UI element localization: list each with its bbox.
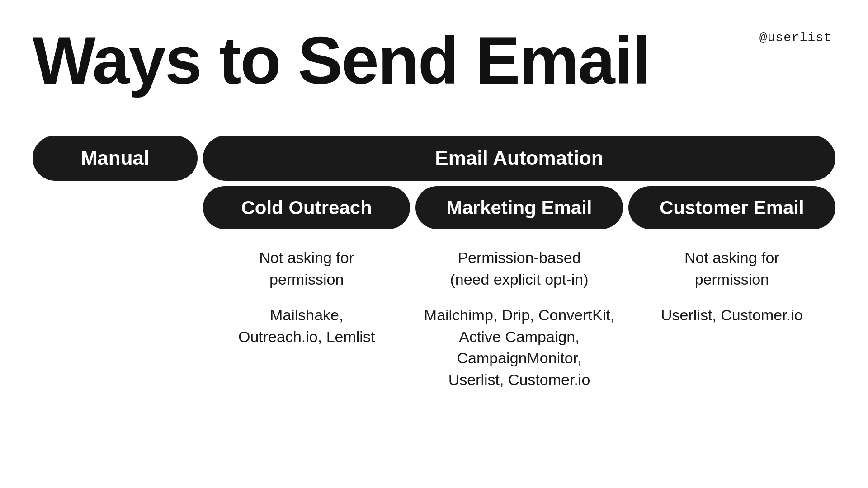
customer-email-desc-col: Not asking forpermission Userlist, Custo… bbox=[628, 247, 835, 391]
customer-email-permission: Not asking forpermission bbox=[684, 247, 779, 290]
customer-email-pill: Customer Email bbox=[628, 186, 835, 229]
marketing-email-tools: Mailchimp, Drip, ConvertKit,Active Campa… bbox=[424, 305, 614, 390]
row1-container: Manual Email Automation bbox=[33, 136, 835, 181]
row2-container: Cold Outreach Marketing Email Customer E… bbox=[203, 186, 835, 229]
cold-outreach-pill: Cold Outreach bbox=[203, 186, 410, 229]
cold-outreach-tools: Mailshake,Outreach.io, Lemlist bbox=[238, 305, 375, 347]
manual-pill: Manual bbox=[33, 136, 198, 181]
marketing-email-label: Marketing Email bbox=[446, 197, 592, 219]
row3-container: Not asking forpermission Mailshake,Outre… bbox=[203, 247, 835, 391]
manual-label: Manual bbox=[81, 147, 150, 169]
marketing-email-desc-col: Permission-based(need explicit opt-in) M… bbox=[415, 247, 623, 391]
watermark: @userlist bbox=[760, 31, 832, 45]
cold-outreach-desc-col: Not asking forpermission Mailshake,Outre… bbox=[203, 247, 410, 391]
cold-outreach-label: Cold Outreach bbox=[241, 197, 372, 219]
marketing-email-pill: Marketing Email bbox=[415, 186, 623, 229]
marketing-email-permission: Permission-based(need explicit opt-in) bbox=[450, 247, 588, 290]
customer-email-label: Customer Email bbox=[660, 197, 804, 219]
page-title: Ways to Send Email bbox=[33, 27, 650, 94]
cold-outreach-permission: Not asking forpermission bbox=[259, 247, 354, 290]
diagram: Manual Email Automation Cold Outreach Ma… bbox=[33, 136, 835, 391]
email-automation-label: Email Automation bbox=[435, 147, 603, 169]
customer-email-tools: Userlist, Customer.io bbox=[661, 305, 803, 326]
email-automation-pill: Email Automation bbox=[203, 136, 835, 181]
